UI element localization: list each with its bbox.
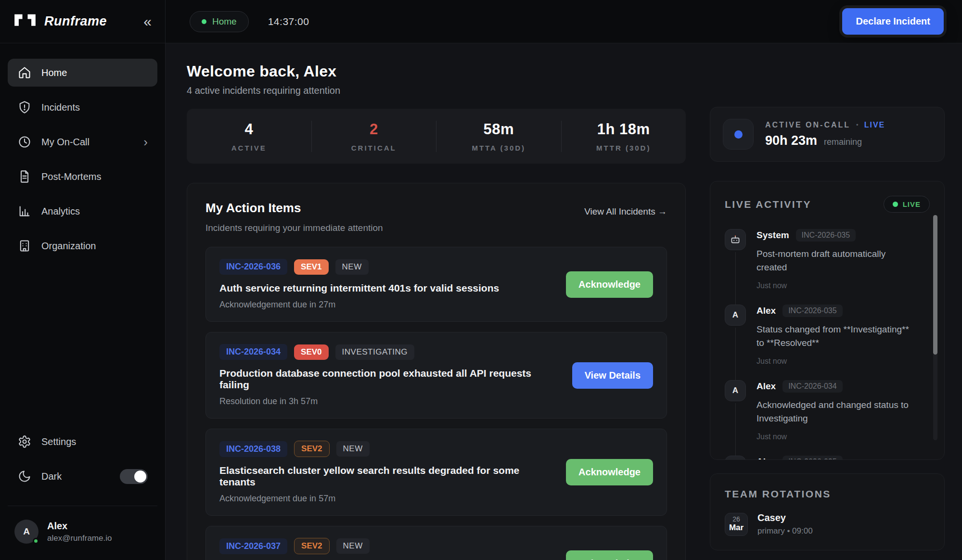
- activity-avatar: A: [725, 305, 746, 326]
- incident-action-button[interactable]: Acknowledge: [566, 459, 653, 485]
- theme-row: Dark: [8, 462, 157, 490]
- active-oncall-card: ACTIVE ON-CALL • LIVE 90h 23m remaining: [710, 107, 945, 162]
- activity-incident-badge[interactable]: INC-2026-035: [782, 456, 843, 460]
- stat-value: 58m: [436, 121, 561, 138]
- building-icon: [17, 239, 32, 253]
- severity-badge: SEV1: [294, 259, 328, 275]
- incident-due-text: Resolution due in 3h 57m: [219, 396, 561, 407]
- activity-timestamp: Just now: [757, 433, 913, 441]
- activity-message: Status changed from **Investigating** to…: [757, 323, 913, 349]
- activity-actor-name: Alex: [757, 305, 776, 316]
- incident-due-text: Acknowledgement due in 57m: [219, 494, 554, 504]
- robot-icon: [725, 229, 746, 250]
- right-column: ACTIVE ON-CALL • LIVE 90h 23m remaining …: [710, 63, 945, 560]
- page-subtitle: 4 active incidents requiring attention: [187, 85, 686, 96]
- oncall-indicator-icon: [723, 119, 754, 150]
- user-profile[interactable]: A Alex alex@runframe.io: [8, 516, 157, 560]
- breadcrumb[interactable]: Home: [190, 11, 249, 32]
- incident-id-badge[interactable]: INC-2026-036: [219, 259, 287, 275]
- activity-timestamp: Just now: [757, 357, 913, 366]
- scrollbar-thumb[interactable]: [933, 215, 937, 355]
- stat-label: MTTA (30D): [436, 144, 561, 152]
- dark-mode-toggle[interactable]: [120, 469, 148, 484]
- status-badge: INVESTIGATING: [335, 344, 415, 360]
- live-badge: LIVE: [884, 196, 930, 213]
- view-all-incidents-link[interactable]: View All Incidents →: [584, 206, 667, 217]
- stat-value: 1h 18m: [562, 121, 686, 138]
- online-status-dot: [33, 538, 39, 544]
- status-badge: NEW: [335, 259, 369, 275]
- scrollbar-track[interactable]: [933, 215, 937, 440]
- left-column: Welcome back, Alex 4 active incidents re…: [187, 63, 686, 560]
- activity-actor-name: System: [757, 230, 789, 241]
- status-dot-icon: [202, 19, 206, 24]
- activity-entry: A Alex INC-2026-034 Acknowledged and cha…: [725, 380, 913, 441]
- status-badge: NEW: [336, 538, 370, 554]
- avatar-initial: A: [23, 526, 30, 537]
- stat-cell: 2 CRITICAL: [311, 121, 436, 152]
- activity-incident-badge[interactable]: INC-2026-035: [782, 305, 843, 317]
- activity-message: Post-mortem draft automatically created: [757, 247, 913, 274]
- activity-avatar: A: [725, 380, 746, 401]
- incident-action-button[interactable]: View Details: [572, 362, 653, 389]
- sidebar-item[interactable]: Home: [8, 59, 157, 87]
- sidebar-item-label: Home: [41, 67, 148, 78]
- incident-id-badge[interactable]: INC-2026-038: [219, 441, 287, 457]
- stat-cell: 4 ACTIVE: [187, 121, 311, 152]
- incident-row: INC-2026-036 SEV1 NEW Auth service retur…: [205, 247, 667, 322]
- sidebar-item-label: Organization: [41, 241, 148, 252]
- page-title: Welcome back, Alex: [187, 63, 686, 80]
- incident-row: INC-2026-034 SEV0 INVESTIGATING Producti…: [205, 332, 667, 419]
- stat-label: ACTIVE: [187, 144, 311, 152]
- home-icon: [17, 65, 32, 80]
- incident-action-button[interactable]: Acknowledge: [566, 550, 653, 560]
- sidebar-item-label: Analytics: [41, 206, 148, 217]
- sidebar-item[interactable]: Organization: [8, 232, 157, 260]
- rotation-person-name: Casey: [757, 512, 813, 523]
- sidebar-item[interactable]: Post-Mortems: [8, 163, 157, 191]
- severity-badge: SEV2: [294, 441, 329, 457]
- severity-badge: SEV2: [294, 538, 329, 554]
- live-dot-icon: [893, 202, 898, 207]
- settings-label: Settings: [41, 436, 148, 447]
- topbar: Home 14:37:00 Declare Incident: [166, 0, 962, 43]
- activity-actor-name: Alex: [757, 457, 776, 460]
- stat-value: 4: [187, 121, 311, 138]
- action-items-title: My Action Items: [205, 201, 301, 216]
- stats-card: 4 ACTIVE 2 CRITICAL 58m MTTA (30D) 1h 18…: [187, 109, 686, 164]
- sidebar-item[interactable]: Incidents: [8, 93, 157, 121]
- moon-icon: [17, 469, 32, 484]
- sidebar-item[interactable]: My On-Call ›: [8, 128, 157, 156]
- sidebar-item[interactable]: Analytics: [8, 197, 157, 225]
- incident-row: INC-2026-037 SEV2 NEW CDN cache invalida…: [205, 526, 667, 560]
- action-items-subtitle: Incidents requiring your immediate atten…: [205, 223, 667, 233]
- brand-name: Runframe: [44, 14, 136, 29]
- incident-title: Production database connection pool exha…: [219, 368, 561, 391]
- incident-title: Elasticsearch cluster yellow search resu…: [219, 465, 554, 488]
- rotation-month: Mar: [729, 523, 744, 533]
- activity-incident-badge[interactable]: INC-2026-035: [796, 229, 856, 242]
- rotations-list: 26 Mar Casey primary • 09:00: [725, 512, 930, 536]
- activity-incident-badge[interactable]: INC-2026-034: [782, 380, 843, 393]
- incident-action-button[interactable]: Acknowledge: [566, 271, 653, 298]
- incident-id-badge[interactable]: INC-2026-037: [219, 538, 287, 554]
- document-icon: [17, 169, 32, 184]
- oncall-time-remaining: 90h 23m: [765, 133, 817, 148]
- incident-id-badge[interactable]: INC-2026-034: [219, 344, 287, 360]
- rotation-date-tile: 26 Mar: [725, 513, 748, 536]
- clock-icon: [17, 135, 32, 149]
- activity-entry: System INC-2026-035 Post-mortem draft au…: [725, 229, 913, 290]
- status-badge: NEW: [336, 441, 370, 457]
- declare-incident-button[interactable]: Declare Incident: [842, 8, 944, 35]
- theme-label: Dark: [41, 471, 110, 482]
- clock: 14:37:00: [268, 16, 309, 27]
- incident-title: Auth service returning intermittent 401s…: [219, 282, 554, 294]
- sidebar-collapse-icon[interactable]: «: [143, 14, 152, 29]
- sidebar-item-label: Post-Mortems: [41, 171, 148, 182]
- user-name: Alex: [47, 521, 112, 532]
- main-content: Welcome back, Alex 4 active incidents re…: [166, 43, 962, 560]
- sidebar-item-settings[interactable]: Settings: [8, 428, 157, 456]
- user-email: alex@runframe.io: [47, 534, 112, 543]
- rotation-row: 26 Mar Casey primary • 09:00: [725, 512, 930, 536]
- oncall-label: ACTIVE ON-CALL: [765, 121, 850, 129]
